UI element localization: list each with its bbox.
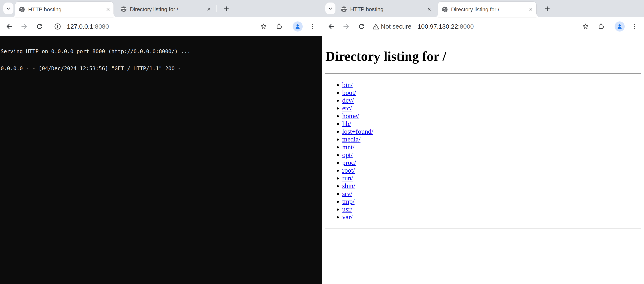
three-dots-icon xyxy=(309,23,316,30)
directory-link[interactable]: usr/ xyxy=(342,206,352,213)
left-toolbar: 127.0.0.1:8080 xyxy=(0,17,322,36)
directory-link[interactable]: opt/ xyxy=(342,151,353,158)
three-dots-icon xyxy=(631,23,638,30)
directory-listing-page: Directory listing for / bin/ boot/ dev/ … xyxy=(322,36,644,284)
directory-link[interactable]: run/ xyxy=(342,174,353,182)
tab-close-button[interactable] xyxy=(426,6,432,12)
back-button[interactable] xyxy=(2,19,17,34)
directory-link[interactable]: mnt/ xyxy=(342,143,354,151)
right-toolbar: Not secure 100.97.130.22:8000 xyxy=(322,17,644,36)
not-secure-label: Not secure xyxy=(381,23,411,30)
list-item: dev/ xyxy=(342,96,641,104)
list-item: boot/ xyxy=(342,89,641,96)
globe-favicon-icon xyxy=(18,6,25,13)
directory-list: bin/ boot/ dev/ etc/ home/ lib/ lost+fou… xyxy=(325,81,641,221)
left-tab-strip: HTTP hosting Directory listing for / xyxy=(0,0,322,17)
directory-link[interactable]: media/ xyxy=(342,136,360,143)
close-icon xyxy=(106,7,110,12)
directory-link[interactable]: tmp/ xyxy=(342,198,354,205)
directory-link[interactable]: root/ xyxy=(342,166,355,174)
url-port: :8000 xyxy=(458,23,474,30)
plus-icon xyxy=(544,5,551,12)
left-browser-window: HTTP hosting Directory listing for / 127… xyxy=(0,0,322,284)
tab-close-button[interactable] xyxy=(528,6,534,13)
globe-favicon-icon xyxy=(442,6,448,13)
directory-link[interactable]: boot/ xyxy=(342,89,356,96)
list-item: proc/ xyxy=(342,159,641,166)
info-icon xyxy=(54,23,61,30)
divider xyxy=(325,73,641,74)
tab-title: HTTP hosting xyxy=(350,6,426,12)
list-item: sbin/ xyxy=(342,182,641,190)
list-item: lost+found/ xyxy=(342,128,641,136)
close-icon xyxy=(427,7,432,12)
page-title: Directory listing for / xyxy=(325,48,641,64)
directory-link[interactable]: srv/ xyxy=(342,190,352,198)
terminal-output: Serving HTTP on 0.0.0.0 port 8000 (http:… xyxy=(0,36,322,284)
new-tab-button[interactable] xyxy=(542,3,553,15)
tab-search-button[interactable] xyxy=(3,2,14,14)
forward-button[interactable] xyxy=(17,19,32,34)
tab-search-button[interactable] xyxy=(325,2,336,14)
extensions-puzzle-icon xyxy=(275,23,282,30)
reload-button[interactable] xyxy=(354,19,369,34)
list-item: tmp/ xyxy=(342,198,641,206)
tab-directory-listing[interactable]: Directory listing for / xyxy=(117,2,214,17)
page-info-button[interactable] xyxy=(50,19,65,34)
profile-button[interactable] xyxy=(612,19,627,34)
forward-button[interactable] xyxy=(339,19,354,34)
avatar xyxy=(614,22,625,32)
directory-link[interactable]: home/ xyxy=(342,112,359,120)
tab-http-hosting[interactable]: HTTP hosting xyxy=(15,2,114,17)
list-item: opt/ xyxy=(342,151,641,159)
terminal-line: 0.0.0.0 - - [04/Dec/2024 12:53:56] "GET … xyxy=(1,66,322,71)
tab-directory-listing[interactable]: Directory listing for / xyxy=(438,2,536,17)
extensions-button[interactable] xyxy=(271,19,286,34)
divider xyxy=(325,228,641,229)
list-item: media/ xyxy=(342,136,641,143)
bookmark-button[interactable] xyxy=(256,19,271,34)
directory-link[interactable]: dev/ xyxy=(342,96,354,104)
url-port: :8080 xyxy=(93,23,109,30)
url-host: 100.97.130.22 xyxy=(418,23,458,30)
list-item: etc/ xyxy=(342,104,641,112)
tab-close-button[interactable] xyxy=(206,6,212,12)
directory-link[interactable]: proc/ xyxy=(342,159,356,166)
reload-icon xyxy=(36,23,43,30)
list-item: lib/ xyxy=(342,120,641,128)
tab-http-hosting[interactable]: HTTP hosting xyxy=(337,2,435,17)
globe-favicon-icon xyxy=(340,6,347,12)
directory-link[interactable]: etc/ xyxy=(342,104,352,112)
list-item: run/ xyxy=(342,174,641,182)
new-tab-button[interactable] xyxy=(220,3,232,15)
profile-button[interactable] xyxy=(290,19,305,34)
screen: HTTP hosting Directory listing for / 127… xyxy=(0,0,644,284)
extensions-button[interactable] xyxy=(593,19,608,34)
person-icon xyxy=(294,23,301,30)
address-bar[interactable]: 127.0.0.1:8080 xyxy=(67,23,109,30)
not-secure-chip[interactable]: Not secure xyxy=(372,23,411,30)
menu-button[interactable] xyxy=(305,19,320,34)
directory-link[interactable]: lib/ xyxy=(342,120,351,128)
directory-link[interactable]: var/ xyxy=(342,213,353,221)
list-item: bin/ xyxy=(342,81,641,89)
avatar xyxy=(292,22,303,32)
address-bar[interactable]: 100.97.130.22:8000 xyxy=(418,23,474,30)
toolbar-actions xyxy=(256,19,320,34)
directory-link[interactable]: bin/ xyxy=(342,81,353,88)
tab-divider xyxy=(216,5,217,12)
reload-button[interactable] xyxy=(32,19,47,34)
back-button[interactable] xyxy=(324,19,339,34)
menu-button[interactable] xyxy=(627,19,642,34)
arrow-right-icon xyxy=(342,23,350,30)
chevron-down-icon xyxy=(327,5,334,12)
list-item: root/ xyxy=(342,166,641,174)
bookmark-button[interactable] xyxy=(578,19,593,34)
globe-favicon-icon xyxy=(120,6,127,12)
directory-link[interactable]: lost+found/ xyxy=(342,128,373,135)
star-icon xyxy=(260,23,267,30)
directory-link[interactable]: sbin/ xyxy=(342,182,355,190)
close-icon xyxy=(528,7,534,12)
list-item: usr/ xyxy=(342,206,641,213)
tab-close-button[interactable] xyxy=(105,6,112,13)
